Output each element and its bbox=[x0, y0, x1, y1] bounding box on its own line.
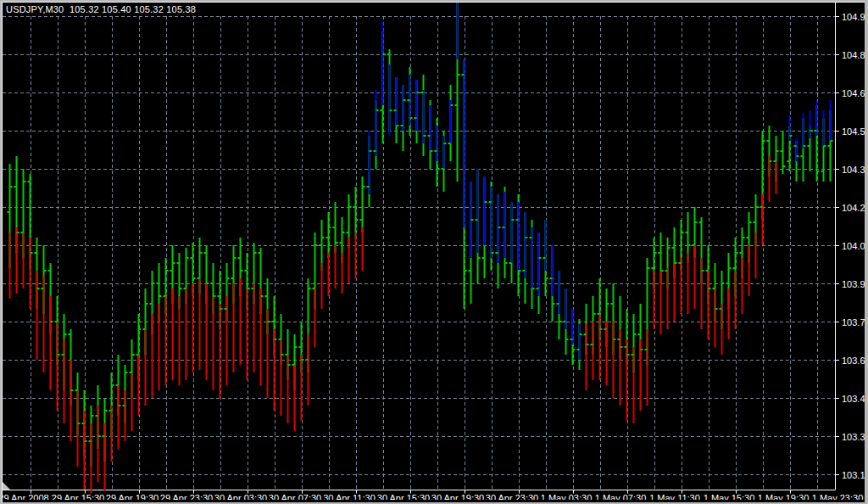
bar[interactable] bbox=[130, 339, 135, 431]
bar[interactable] bbox=[394, 77, 399, 143]
time-label[interactable]: 30 Apr 11:30 bbox=[323, 493, 376, 501]
bar[interactable] bbox=[35, 238, 40, 360]
bar[interactable] bbox=[123, 365, 128, 441]
time-label[interactable]: 30 Apr 03:30 bbox=[214, 493, 267, 501]
bar[interactable] bbox=[21, 169, 26, 288]
price-label[interactable]: 103.90 bbox=[842, 279, 865, 289]
bar[interactable] bbox=[625, 309, 630, 421]
bar[interactable] bbox=[638, 304, 643, 411]
bar[interactable] bbox=[686, 212, 691, 314]
time-label[interactable]: 1 May 19:30 bbox=[758, 493, 810, 501]
bar[interactable] bbox=[821, 110, 826, 182]
bar[interactable] bbox=[225, 263, 230, 385]
bar[interactable] bbox=[340, 217, 345, 294]
bar[interactable] bbox=[448, 85, 453, 161]
price-label[interactable]: 104.35 bbox=[842, 165, 865, 175]
bar[interactable] bbox=[672, 227, 677, 322]
bar[interactable] bbox=[299, 322, 304, 421]
bar[interactable] bbox=[272, 296, 277, 411]
bar[interactable] bbox=[503, 187, 508, 278]
bar[interactable] bbox=[632, 314, 637, 423]
bar[interactable] bbox=[62, 314, 67, 423]
bar[interactable] bbox=[469, 182, 474, 304]
bar[interactable] bbox=[740, 227, 745, 314]
bar[interactable] bbox=[191, 243, 196, 372]
bar[interactable] bbox=[157, 263, 162, 390]
bar[interactable] bbox=[259, 248, 264, 385]
bar[interactable] bbox=[55, 296, 60, 411]
price-scale[interactable]: 104.95104.80104.65104.50104.35104.20104.… bbox=[835, 12, 865, 480]
bar[interactable] bbox=[774, 136, 779, 194]
bar[interactable] bbox=[252, 243, 257, 372]
bar[interactable] bbox=[421, 75, 426, 156]
bar[interactable] bbox=[699, 217, 704, 329]
bar[interactable] bbox=[482, 176, 487, 278]
bar[interactable] bbox=[177, 253, 182, 385]
bar[interactable] bbox=[726, 253, 732, 339]
bar[interactable] bbox=[116, 355, 121, 449]
bar[interactable] bbox=[713, 263, 718, 347]
time-label[interactable]: 29 Apr 15:30 bbox=[52, 493, 104, 501]
bar[interactable] bbox=[245, 253, 250, 380]
bar[interactable] bbox=[489, 182, 494, 271]
bar[interactable] bbox=[435, 118, 440, 187]
bar[interactable] bbox=[476, 169, 481, 283]
price-label[interactable]: 104.80 bbox=[842, 50, 865, 60]
time-label[interactable]: 30 Apr 07:30 bbox=[269, 493, 321, 501]
bar[interactable] bbox=[496, 194, 501, 288]
bar[interactable] bbox=[109, 372, 114, 462]
bar[interactable] bbox=[808, 110, 813, 171]
bar[interactable] bbox=[150, 271, 155, 398]
bar[interactable] bbox=[218, 271, 223, 398]
bar[interactable] bbox=[509, 202, 515, 283]
bar[interactable] bbox=[645, 258, 650, 406]
bar[interactable] bbox=[320, 220, 325, 309]
price-label[interactable]: 104.20 bbox=[842, 203, 865, 213]
price-label[interactable]: 104.05 bbox=[842, 241, 865, 251]
bar[interactable] bbox=[374, 90, 379, 169]
bar[interactable] bbox=[523, 212, 528, 304]
bar[interactable] bbox=[48, 263, 53, 390]
bar[interactable] bbox=[584, 304, 589, 390]
bar[interactable] bbox=[428, 100, 433, 169]
bar[interactable] bbox=[787, 115, 793, 171]
bar[interactable] bbox=[292, 334, 298, 431]
price-label[interactable]: 103.45 bbox=[842, 394, 865, 404]
bar[interactable] bbox=[238, 238, 243, 365]
chart-corner-triangle[interactable] bbox=[3, 482, 10, 490]
bar[interactable] bbox=[720, 271, 725, 355]
bar[interactable] bbox=[442, 131, 447, 192]
bar[interactable] bbox=[211, 263, 216, 390]
bar[interactable] bbox=[543, 220, 548, 296]
price-label[interactable]: 103.30 bbox=[842, 432, 865, 442]
bar[interactable] bbox=[353, 187, 359, 278]
time-label[interactable]: 30 Apr 19:30 bbox=[431, 493, 484, 501]
bar[interactable] bbox=[42, 245, 47, 372]
bar[interactable] bbox=[679, 220, 684, 314]
bar[interactable] bbox=[537, 232, 542, 314]
bar[interactable] bbox=[14, 156, 19, 294]
bar[interactable] bbox=[89, 406, 94, 494]
bar[interactable] bbox=[781, 131, 786, 174]
price-label[interactable]: 104.95 bbox=[842, 12, 865, 22]
bar[interactable] bbox=[801, 113, 806, 182]
bar[interactable] bbox=[577, 319, 582, 370]
time-label[interactable]: 1 May 23:30 bbox=[812, 493, 864, 501]
bar[interactable] bbox=[767, 126, 772, 202]
bar[interactable] bbox=[401, 85, 406, 151]
bar[interactable] bbox=[408, 67, 413, 136]
bar[interactable] bbox=[530, 220, 535, 309]
time-label[interactable]: 30 Apr 23:30 bbox=[486, 493, 538, 501]
time-label[interactable]: 29 Apr 2008 bbox=[3, 493, 49, 501]
time-label[interactable]: 30 Apr 15:30 bbox=[377, 493, 430, 501]
bar[interactable] bbox=[618, 296, 623, 406]
bar[interactable] bbox=[557, 271, 562, 339]
bar[interactable] bbox=[455, 3, 460, 182]
bar[interactable] bbox=[360, 176, 365, 271]
time-label[interactable]: 1 May 15:30 bbox=[704, 493, 755, 501]
time-label[interactable]: 29 Apr 23:30 bbox=[160, 493, 213, 501]
bar[interactable] bbox=[198, 238, 203, 370]
bar[interactable] bbox=[8, 164, 13, 299]
time-scale[interactable]: 29 Apr 200829 Apr 15:3029 Apr 19:3029 Ap… bbox=[3, 490, 863, 501]
price-label[interactable]: 104.65 bbox=[842, 88, 865, 98]
